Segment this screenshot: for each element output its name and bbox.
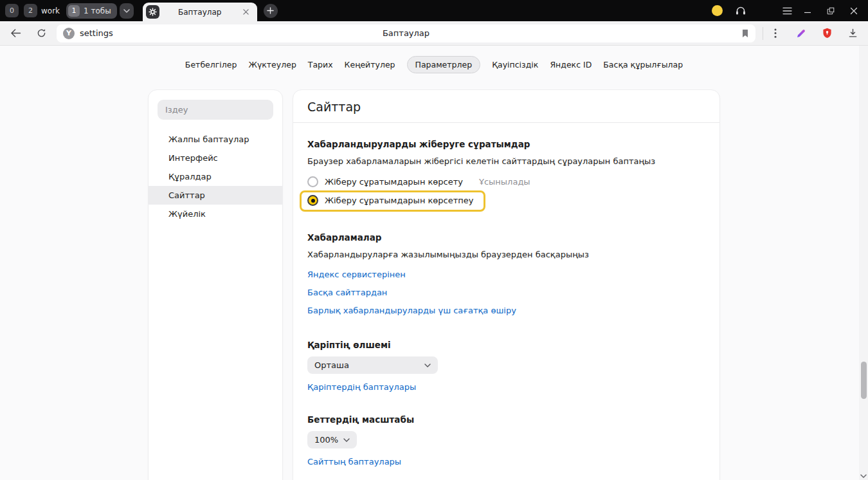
restore-window-icon [827, 7, 835, 15]
sidebar-item-system[interactable]: Жүйелік [149, 205, 282, 223]
sidebar-list: Жалпы баптаулар Интерфейс Құралдар Сайтт… [149, 130, 282, 223]
refresh-icon [37, 28, 46, 38]
tab-group-current-name: 1 тобы [84, 6, 111, 15]
radio-option-show-label: Жіберу сұратымдарын көрсету [325, 177, 463, 187]
tab-group-current[interactable]: 1 1 тобы [66, 3, 117, 19]
settings-gear-icon [146, 5, 159, 19]
radio-option-hide-requests[interactable]: Жіберу сұратымдарын көрсетпеу [307, 195, 473, 206]
downloads-button[interactable] [842, 24, 863, 43]
window-close-button[interactable] [842, 0, 865, 21]
plus-icon [267, 7, 274, 14]
tab-group-work-name: work [41, 6, 60, 15]
minimize-icon [804, 7, 811, 15]
recommended-hint: Ұсынылады [479, 177, 530, 187]
notifications-description: Хабарландыруларға жазылымыңызды браузерд… [307, 250, 705, 260]
new-tab-button[interactable] [264, 4, 278, 18]
notification-requests-heading: Хабарландыруларды жіберуге сұратымдар [307, 139, 705, 149]
link-site-settings[interactable]: Сайттың баптаулары [307, 453, 401, 470]
hamburger-menu-icon [782, 7, 792, 15]
download-icon [848, 28, 858, 38]
browser-window: 0 2 work 1 1 тобы Баптаулар [0, 0, 868, 480]
link-other-sites[interactable]: Басқа сайттардан [307, 283, 387, 301]
tab-strip-right [712, 0, 865, 21]
page-zoom-value: 100% [314, 435, 338, 445]
alice-edit-button[interactable] [791, 24, 811, 43]
tab-group-current-count-badge: 1 [68, 5, 80, 17]
browser-toolbar: Y settings Баптаулар [0, 21, 868, 46]
sidebar-item-sites[interactable]: Сайттар [149, 186, 282, 205]
sidebar-item-tools[interactable]: Құралдар [149, 167, 282, 186]
nav-tab-settings[interactable]: Параметрлер [407, 56, 481, 73]
nav-tab-bookmarks[interactable]: Бетбелгілер [185, 60, 237, 69]
url-text: settings [80, 28, 113, 38]
radio-option-hide-label: Жіберу сұратымдарын көрсетпеу [325, 196, 473, 205]
search-input[interactable] [158, 100, 273, 120]
back-button[interactable] [5, 24, 26, 43]
browser-menu-button[interactable] [778, 3, 796, 19]
nav-tab-yandex-id[interactable]: Яндекс ID [550, 60, 592, 69]
support-headset-button[interactable] [732, 3, 750, 19]
page-actions-menu-button[interactable] [765, 24, 786, 43]
bookmark-flag-icon [741, 29, 749, 38]
chevron-down-icon [424, 364, 431, 367]
address-bar[interactable]: Y settings Баптаулар [57, 24, 755, 42]
tab-title: Баптаулар [159, 8, 240, 17]
settings-sidebar: Жалпы баптаулар Интерфейс Құралдар Сайтт… [148, 89, 283, 480]
close-icon [850, 7, 858, 15]
profile-avatar[interactable] [712, 5, 723, 16]
tab-strip: 0 2 work 1 1 тобы Баптаулар [0, 0, 868, 21]
window-minimize-button[interactable] [796, 0, 819, 21]
notifications-links: Яндекс сервистерінен Басқа сайттардан Ба… [307, 265, 705, 319]
scrollbar-thumb[interactable] [861, 362, 867, 399]
tab-group-dropdown-button[interactable] [120, 3, 134, 19]
settings-nav-tabs: Бетбелгілер Жүктеулер Тарих Кеңейтулер П… [0, 56, 868, 73]
chevron-down-icon [123, 9, 130, 13]
sidebar-item-general[interactable]: Жалпы баптаулар [149, 130, 282, 149]
scroll-down-arrow-icon[interactable] [859, 474, 868, 478]
tab-close-button[interactable] [240, 6, 252, 18]
pencil-icon [796, 28, 806, 39]
page-zoom-select[interactable]: 100% [307, 431, 357, 448]
font-size-value: Орташа [314, 360, 349, 370]
radio-selected-icon [307, 195, 318, 206]
chevron-down-icon [343, 438, 350, 442]
refresh-button[interactable] [31, 24, 51, 43]
window-maximize-button[interactable] [819, 0, 842, 21]
nav-tab-history[interactable]: Тарих [308, 60, 333, 69]
settings-body: Хабарландыруларды жіберуге сұратымдар Бр… [293, 123, 719, 470]
tab-group-work[interactable]: 2 work [24, 4, 60, 17]
font-size-select[interactable]: Орташа [307, 356, 438, 374]
address-bar-page-title: Баптаулар [134, 28, 678, 38]
tab-group-work-count-badge: 2 [24, 4, 37, 17]
active-tab[interactable]: Баптаулар [143, 3, 257, 21]
tab-group-zero-badge[interactable]: 0 [5, 4, 19, 17]
tab-strip-left: 0 2 work 1 1 тобы Баптаулар [5, 0, 278, 21]
nav-tab-extensions[interactable]: Кеңейтулер [345, 60, 395, 69]
protect-button[interactable] [817, 24, 837, 43]
font-size-heading: Қаріптің өлшемі [307, 340, 705, 350]
link-yandex-services[interactable]: Яндекс сервистерінен [307, 265, 406, 283]
bookmark-this-page-button[interactable] [741, 29, 749, 38]
shield-icon [822, 28, 832, 39]
radio-option-show-requests[interactable]: Жіберу сұратымдарын көрсету Ұсынылады [307, 176, 530, 187]
close-icon [243, 9, 249, 15]
notifications-heading: Хабарламалар [307, 232, 705, 243]
notification-requests-description: Браузер хабарламаларын жібергісі келетін… [307, 156, 705, 167]
back-arrow-icon [10, 29, 21, 37]
radio-unselected-icon [307, 176, 318, 187]
link-font-settings[interactable]: Қаріптердің баптаулары [307, 378, 416, 395]
nav-tab-security[interactable]: Қауіпсіздік [492, 60, 538, 69]
settings-content: Сайттар Хабарландыруларды жіберуге сұрат… [293, 89, 720, 480]
page-scrollbar[interactable] [859, 46, 868, 480]
kebab-menu-icon [774, 28, 777, 38]
nav-tab-downloads[interactable]: Жүктеулер [248, 60, 296, 69]
page-zoom-heading: Беттердің масштабы [307, 414, 705, 425]
highlighted-setting-frame: Жіберу сұратымдарын көрсетпеу [300, 190, 485, 212]
nav-tab-other-devices[interactable]: Басқа құрылғылар [603, 60, 683, 69]
toolbar-divider [763, 27, 763, 40]
sidebar-item-interface[interactable]: Интерфейс [149, 149, 282, 167]
settings-page: Бетбелгілер Жүктеулер Тарих Кеңейтулер П… [0, 46, 868, 480]
page-title: Сайттар [293, 90, 719, 123]
link-mute-all-notifications[interactable]: Барлық хабарландыруларды үш сағатқа өшір… [307, 301, 516, 319]
headset-icon [736, 6, 746, 15]
